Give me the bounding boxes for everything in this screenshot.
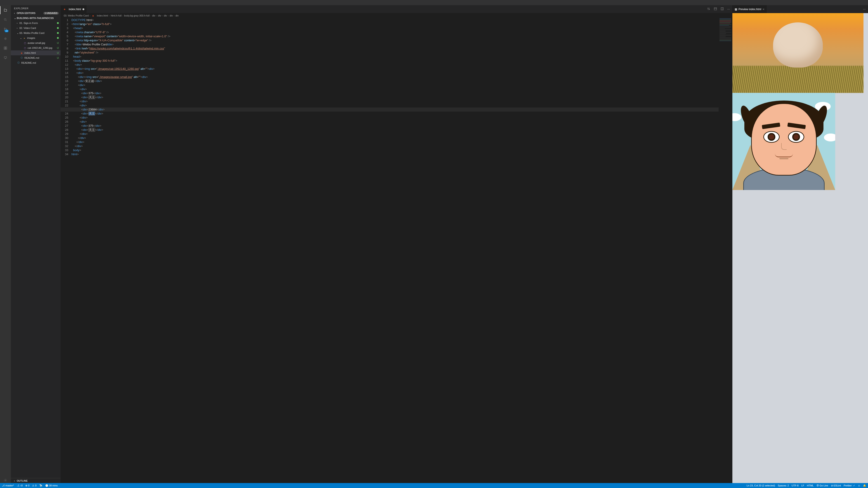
svg-point-10: [5, 480, 6, 481]
preview-icon: ▦: [735, 8, 737, 11]
more-icon[interactable]: ⋯: [727, 8, 730, 11]
status-branch[interactable]: ⎇ master*: [2, 484, 14, 487]
status-warnings[interactable]: ⚠ 0: [32, 484, 36, 487]
search-icon[interactable]: [3, 17, 8, 22]
file-readme[interactable]: ⓘREADME.mdU: [11, 55, 61, 60]
activity-bar: 16: [0, 5, 11, 483]
svg-point-1: [4, 28, 5, 29]
git-modified-dot: [57, 32, 59, 34]
breadcrumb[interactable]: 03. Weibo Profile Card› ◈index.html› htm…: [61, 13, 732, 18]
git-modified-dot: [57, 22, 59, 24]
svg-rect-11: [714, 8, 717, 10]
status-errors[interactable]: ⊗ 0: [25, 484, 29, 487]
file-avatar[interactable]: ▢avatar-small.jpgU: [11, 40, 61, 45]
split-icon[interactable]: [720, 7, 724, 11]
explorer-title: EXPLORER: [11, 5, 61, 11]
folder-images[interactable]: ⌄▸images: [11, 35, 61, 40]
line-gutter: 1234567891011121314151617181920212223242…: [61, 18, 71, 483]
extensions-icon[interactable]: [3, 45, 8, 51]
html-icon: ◈: [20, 51, 24, 55]
status-bell[interactable]: 🔔: [863, 484, 866, 487]
markdown-icon: ⓘ: [20, 56, 24, 60]
code-editor-pane: ◈index.html ⋯ 03. Weibo Profile Card› ◈i…: [61, 5, 733, 483]
preview-icon[interactable]: [714, 7, 717, 11]
settings-icon[interactable]: [3, 478, 8, 483]
editor-tabs: ◈index.html ⋯: [61, 5, 732, 13]
git-modified-dot: [57, 27, 59, 29]
tab-index-html[interactable]: ◈index.html: [61, 5, 87, 13]
status-eslint[interactable]: ⊘ ESLint: [831, 484, 841, 487]
preview-tabs: ▦Preview index.html× ⋯: [733, 5, 868, 13]
file-root-readme[interactable]: ⓘREADME.md: [11, 60, 61, 65]
project-section[interactable]: ⌄BUILDING-WITH-TAILWINDCSS: [11, 15, 61, 21]
status-time[interactable]: 🕐 38 mins: [45, 484, 58, 487]
status-encoding[interactable]: UTF-8: [792, 484, 799, 487]
git-untracked: U: [57, 46, 59, 49]
status-radio[interactable]: 📡: [39, 484, 42, 487]
window-titlebar: [0, 0, 868, 5]
html-icon: ◈: [63, 7, 66, 11]
svg-point-0: [4, 19, 6, 20]
git-untracked: U: [57, 41, 59, 44]
file-index[interactable]: ◈index.htmlU: [11, 51, 61, 55]
editor-actions: ⋯: [705, 5, 732, 13]
close-icon[interactable]: ×: [763, 7, 765, 11]
status-cursor[interactable]: Ln 23, Col 20 (2 selected): [747, 484, 775, 487]
compare-icon[interactable]: [707, 7, 710, 11]
svg-rect-5: [4, 47, 5, 48]
outline-section[interactable]: ›OUTLINE: [11, 478, 61, 483]
folder-icon: ▸: [23, 36, 26, 40]
image-icon: ▢: [23, 46, 27, 50]
svg-rect-9: [4, 57, 7, 58]
explorer-icon[interactable]: [3, 7, 8, 13]
svg-rect-8: [6, 48, 7, 50]
git-modified-dot: [57, 37, 59, 39]
preview-pane: ▦Preview index.html× ⋯: [733, 5, 868, 483]
status-golive[interactable]: ⦿ Go Live: [816, 484, 828, 487]
debug-icon[interactable]: [3, 36, 8, 41]
status-prettier[interactable]: Prettier: ✓: [844, 484, 855, 487]
more-icon[interactable]: ⋯: [863, 8, 866, 11]
svg-rect-7: [4, 48, 5, 50]
file-cat[interactable]: ▢cat-1992140_1280.jpgU: [11, 45, 61, 51]
tab-preview[interactable]: ▦Preview index.html×: [733, 5, 767, 13]
svg-point-4: [5, 38, 6, 39]
explorer-sidebar: EXPLORER ›OPEN EDITORS1 UNSAVED ⌄BUILDIN…: [11, 5, 61, 483]
git-untracked: U: [57, 57, 59, 59]
status-lang[interactable]: HTML: [807, 484, 814, 487]
open-editors-section[interactable]: ›OPEN EDITORS1 UNSAVED: [11, 11, 61, 15]
scm-badge: 16: [4, 30, 8, 32]
status-eol[interactable]: LF: [801, 484, 804, 487]
remote-icon[interactable]: [3, 55, 8, 60]
svg-rect-6: [6, 47, 7, 48]
folder-video[interactable]: ›02. Video Card: [11, 26, 61, 31]
status-feedback[interactable]: ☺: [858, 484, 860, 487]
code-editor[interactable]: 1234567891011121314151617181920212223242…: [61, 18, 732, 483]
modified-indicator: [83, 8, 84, 10]
folder-signin[interactable]: ›01. Sign-in Form: [11, 21, 61, 26]
preview-content: [733, 13, 868, 483]
folder-weibo[interactable]: ⌄03. Weibo Profile Card: [11, 31, 61, 35]
scm-icon[interactable]: 16: [3, 26, 8, 32]
status-bar: ⎇ master* ↓1 ↑0 ⊗ 0 ⚠ 0 📡 🕐 38 mins Ln 2…: [0, 483, 868, 488]
markdown-icon: ⓘ: [17, 61, 20, 65]
git-untracked: U: [57, 52, 59, 54]
status-sync[interactable]: ↓1 ↑0: [17, 484, 23, 487]
html-icon: ◈: [91, 14, 95, 18]
image-icon: ▢: [23, 41, 27, 45]
code-content[interactable]: DOCTYPE html><html lang="en" class="h-fu…: [71, 18, 732, 483]
status-spaces[interactable]: Spaces: 2: [778, 484, 789, 487]
avatar-image: [733, 93, 835, 190]
cat-image: [733, 13, 864, 93]
